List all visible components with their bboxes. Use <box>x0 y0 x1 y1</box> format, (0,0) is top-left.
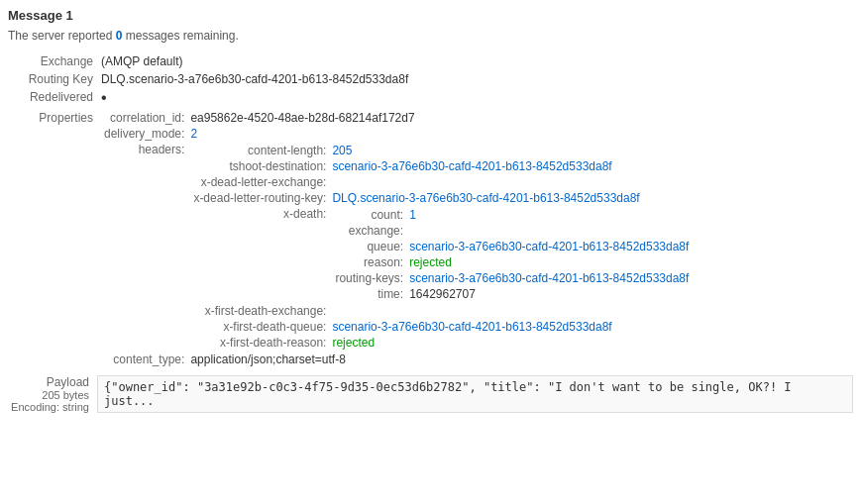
time-key: time: <box>332 286 406 302</box>
payload-size: 205 bytes <box>8 389 89 401</box>
exchange-row: Exchange (AMQP default) <box>8 52 853 70</box>
redelivered-label: Redelivered <box>8 88 97 108</box>
routing-keys-val: scenario-3-a76e6b30-cafd-4201-b613-8452d… <box>406 270 692 286</box>
prop-correlation-id: correlation_id: ea95862e-4520-48ae-b28d-… <box>101 110 698 126</box>
x-first-death-reason-key: x-first-death-reason: <box>190 335 329 351</box>
prop-queue: queue: scenario-3-a76e6b30-cafd-4201-b61… <box>332 239 692 254</box>
exchange-value: (AMQP default) <box>97 52 853 70</box>
queue-key: queue: <box>332 239 406 254</box>
reason-key: reason: <box>332 254 406 270</box>
count-val: 1 <box>406 207 692 223</box>
prop-x-first-death-exchange: x-first-death-exchange: <box>190 303 695 319</box>
x-dead-letter-exchange-key: x-dead-letter-exchange: <box>190 174 329 190</box>
payload-encoding: Encoding: string <box>8 401 89 413</box>
prop-content-length: content-length: 205 <box>190 143 695 158</box>
x-dead-letter-routing-key-val: DLQ.scenario-3-a76e6b30-cafd-4201-b613-8… <box>329 190 695 206</box>
server-info: The server reported 0 messages remaining… <box>8 29 853 43</box>
payload-label-container: Payload 205 bytes Encoding: string <box>8 375 97 413</box>
tshoot-dest-val: scenario-3-a76e6b30-cafd-4201-b613-8452d… <box>329 158 695 174</box>
x-dead-letter-routing-key-key: x-dead-letter-routing-key: <box>190 190 329 206</box>
prop-x-death: x-death: count: 1 exchange: <box>190 206 695 303</box>
headers-table: content-length: 205 tshoot-destination: … <box>190 143 695 351</box>
redelivered-value: • <box>97 88 853 108</box>
correlation-id-val: ea95862e-4520-48ae-b28d-68214af172d7 <box>187 110 698 126</box>
server-info-prefix: The server reported <box>8 29 116 43</box>
x-first-death-queue-val: scenario-3-a76e6b30-cafd-4201-b613-8452d… <box>329 319 695 335</box>
prop-time: time: 1642962707 <box>332 286 692 302</box>
content-type-key: content_type: <box>101 352 187 367</box>
content-type-val: application/json;charset=utf-8 <box>187 352 698 367</box>
message-title: Message 1 <box>8 8 853 23</box>
delivery-mode-key: delivery_mode: <box>101 126 187 142</box>
server-info-suffix: messages remaining. <box>122 29 238 43</box>
routing-key-label: Routing Key <box>8 70 97 88</box>
prop-exchange: exchange: <box>332 223 692 239</box>
x-first-death-exchange-val <box>329 303 695 319</box>
redelivered-row: Redelivered • <box>8 88 853 108</box>
time-val: 1642962707 <box>406 286 692 302</box>
routing-key-row: Routing Key DLQ.scenario-3-a76e6b30-cafd… <box>8 70 853 88</box>
prop-reason: reason: rejected <box>332 254 692 270</box>
properties-label: Properties <box>8 108 97 369</box>
prop-count: count: 1 <box>332 207 692 223</box>
payload-content: {"owner_id": "3a31e92b-c0c3-4f75-9d35-0e… <box>97 375 853 413</box>
x-death-val: count: 1 exchange: queue: <box>329 206 695 303</box>
main-fields-table: Exchange (AMQP default) Routing Key DLQ.… <box>8 52 853 369</box>
prop-headers: headers: content-length: 205 tshoot-dest… <box>101 142 698 352</box>
prop-x-first-death-queue: x-first-death-queue: scenario-3-a76e6b30… <box>190 319 695 335</box>
headers-val: content-length: 205 tshoot-destination: … <box>187 142 698 352</box>
x-first-death-exchange-key: x-first-death-exchange: <box>190 303 329 319</box>
prop-delivery-mode: delivery_mode: 2 <box>101 126 698 142</box>
x-death-key: x-death: <box>190 206 329 303</box>
prop-content-type: content_type: application/json;charset=u… <box>101 352 698 367</box>
exchange-label: Exchange <box>8 52 97 70</box>
tshoot-dest-key: tshoot-destination: <box>190 158 329 174</box>
routing-key-value: DLQ.scenario-3-a76e6b30-cafd-4201-b613-8… <box>97 70 853 88</box>
exchange-nested-val <box>406 223 692 239</box>
reason-val: rejected <box>406 254 692 270</box>
exchange-nested-key: exchange: <box>332 223 406 239</box>
x-first-death-reason-val: rejected <box>329 335 695 351</box>
queue-val: scenario-3-a76e6b30-cafd-4201-b613-8452d… <box>406 239 692 254</box>
count-key: count: <box>332 207 406 223</box>
correlation-id-key: correlation_id: <box>101 110 187 126</box>
x-death-table: count: 1 exchange: queue: <box>332 207 692 302</box>
prop-x-dead-letter-routing-key: x-dead-letter-routing-key: DLQ.scenario-… <box>190 190 695 206</box>
headers-key: headers: <box>101 142 187 352</box>
content-length-val: 205 <box>329 143 695 158</box>
payload-section: Payload 205 bytes Encoding: string {"own… <box>8 375 853 413</box>
props-table: correlation_id: ea95862e-4520-48ae-b28d-… <box>101 110 698 367</box>
payload-label: Payload <box>8 375 97 389</box>
x-dead-letter-exchange-val <box>329 174 695 190</box>
x-first-death-queue-key: x-first-death-queue: <box>190 319 329 335</box>
properties-row: Properties correlation_id: ea95862e-4520… <box>8 108 853 369</box>
properties-content: correlation_id: ea95862e-4520-48ae-b28d-… <box>97 108 853 369</box>
prop-routing-keys: routing-keys: scenario-3-a76e6b30-cafd-4… <box>332 270 692 286</box>
prop-tshoot-dest: tshoot-destination: scenario-3-a76e6b30-… <box>190 158 695 174</box>
content-length-key: content-length: <box>190 143 329 158</box>
delivery-mode-val: 2 <box>187 126 698 142</box>
prop-x-dead-letter-exchange: x-dead-letter-exchange: <box>190 174 695 190</box>
routing-keys-key: routing-keys: <box>332 270 406 286</box>
prop-x-first-death-reason: x-first-death-reason: rejected <box>190 335 695 351</box>
